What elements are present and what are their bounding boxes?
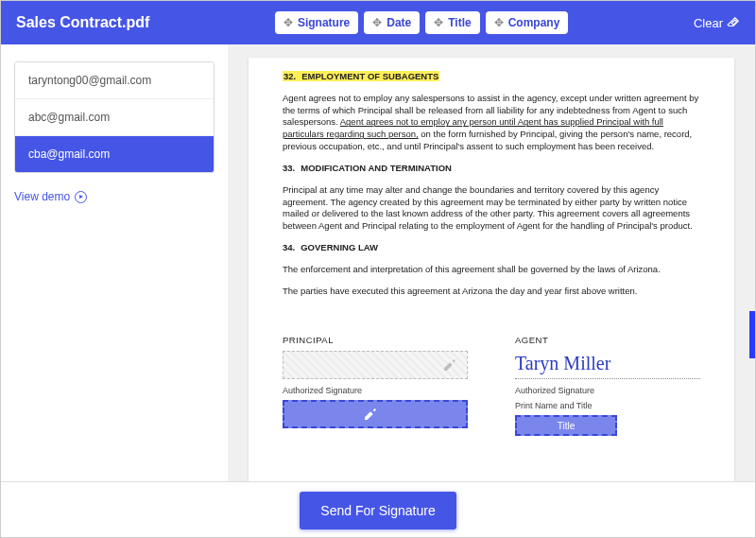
section-number: 33. xyxy=(283,163,295,175)
principal-column: PRINCIPAL Authorized Signature xyxy=(283,335,468,436)
company-pill[interactable]: ✥Company xyxy=(486,11,569,34)
authorized-label: Authorized Signature xyxy=(283,385,468,396)
section-body: Principal at any time may alter and chan… xyxy=(283,184,700,233)
pen-icon xyxy=(363,407,378,422)
section-number: 34. xyxy=(283,242,295,254)
signer-item[interactable]: abc@gmail.com xyxy=(15,99,214,136)
authorized-label: Authorized Signature xyxy=(515,385,700,396)
move-icon: ✥ xyxy=(372,17,382,28)
document-viewport[interactable]: 32.EMPLOYMENT OF SUBAGENTS Agent agrees … xyxy=(228,44,755,481)
section-title: GOVERNING LAW xyxy=(301,242,378,252)
document-page: 32.EMPLOYMENT OF SUBAGENTS Agent agrees … xyxy=(249,58,734,481)
signer-item-active[interactable]: cba@gmail.com xyxy=(15,136,214,172)
pen-icon xyxy=(442,357,457,373)
header-bar: Sales Contract.pdf ✥Signature ✥Date ✥Tit… xyxy=(1,1,755,44)
signature-pill[interactable]: ✥Signature xyxy=(275,11,358,34)
section-number: 32. xyxy=(284,71,296,83)
eraser-icon xyxy=(727,16,740,29)
signature-row: PRINCIPAL Authorized Signature AGENT Tar… xyxy=(283,335,700,436)
send-for-signature-button[interactable]: Send For Signature xyxy=(300,492,455,529)
principal-signature-slot[interactable] xyxy=(283,351,468,379)
section-body: The enforcement and interpretation of th… xyxy=(283,264,700,276)
play-icon xyxy=(75,191,87,203)
clear-button[interactable]: Clear xyxy=(694,16,740,30)
title-pill[interactable]: ✥Title xyxy=(425,11,479,34)
section-body: Agent agrees not to employ any salespers… xyxy=(283,93,700,153)
section-body: The parties have executed this agreement… xyxy=(283,286,700,298)
signer-item[interactable]: taryntong00@gmail.com xyxy=(15,62,214,99)
section-title: MODIFICATION AND TERMINATION xyxy=(301,163,452,173)
signer-list: taryntong00@gmail.com abc@gmail.com cba@… xyxy=(14,61,215,173)
scroll-indicator xyxy=(749,311,755,358)
role-label: PRINCIPAL xyxy=(283,335,468,347)
body-area: taryntong00@gmail.com abc@gmail.com cba@… xyxy=(1,44,755,481)
sidebar: taryntong00@gmail.com abc@gmail.com cba@… xyxy=(1,44,228,481)
move-icon: ✥ xyxy=(284,17,293,28)
section-title: EMPLOYMENT OF SUBAGENTS xyxy=(301,71,438,81)
move-icon: ✥ xyxy=(494,17,504,28)
role-label: AGENT xyxy=(515,335,700,347)
view-demo-link[interactable]: View demo xyxy=(14,190,215,203)
print-name-label: Print Name and Title xyxy=(515,400,700,411)
agent-signature: Taryn Miller xyxy=(515,351,700,379)
move-icon: ✥ xyxy=(434,17,443,28)
footer-bar: Send For Signature xyxy=(1,481,755,538)
field-palette: ✥Signature ✥Date ✥Title ✥Company xyxy=(275,11,569,34)
active-signature-slot[interactable] xyxy=(283,400,468,428)
title-drop-slot[interactable]: Title xyxy=(515,415,617,436)
document-title: Sales Contract.pdf xyxy=(16,14,149,31)
date-pill[interactable]: ✥Date xyxy=(364,11,420,34)
clear-label: Clear xyxy=(694,16,723,30)
agent-column: AGENT Taryn Miller Authorized Signature … xyxy=(515,335,700,436)
